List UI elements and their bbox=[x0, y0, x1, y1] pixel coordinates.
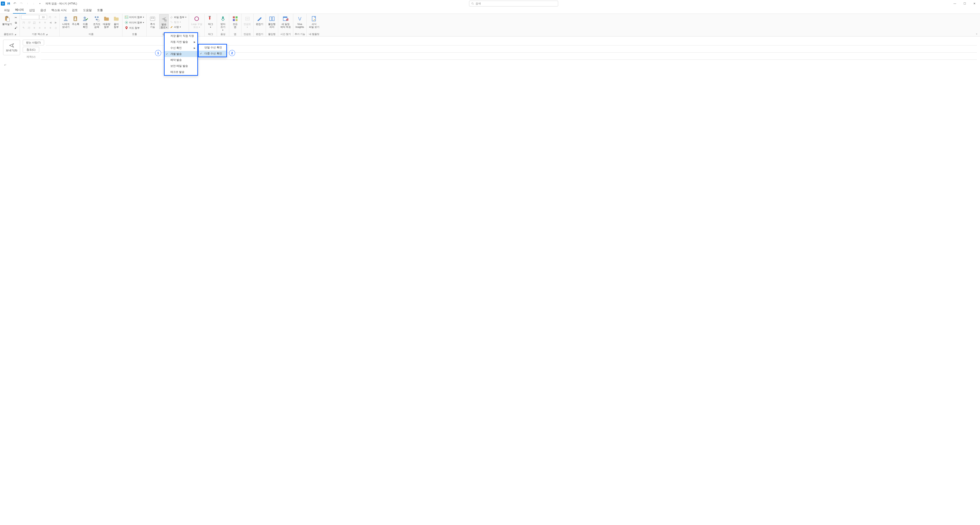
align-justify-icon[interactable]: ≡ bbox=[48, 25, 53, 30]
tag-button[interactable]: 태그▾ bbox=[206, 14, 215, 29]
cc-button[interactable]: 참조(C) bbox=[23, 47, 39, 52]
clear-format-icon[interactable]: ◇ bbox=[53, 25, 58, 30]
align-right-icon[interactable]: ≡ bbox=[43, 25, 48, 30]
svg-point-10 bbox=[84, 16, 86, 19]
format-painter-icon[interactable]: 🖌 bbox=[13, 25, 18, 30]
highlight-icon[interactable]: ✎ bbox=[21, 25, 26, 30]
search-input[interactable]: 검색 bbox=[469, 1, 558, 6]
link-button[interactable]: 링크 ▾ bbox=[169, 20, 187, 24]
menu-save-folder[interactable]: 저장 폴더 직접 지정 bbox=[165, 33, 197, 39]
shrink-font-icon[interactable]: 가 bbox=[53, 15, 58, 20]
tab-review[interactable]: 검토 bbox=[70, 7, 80, 14]
align-left-icon[interactable]: ≡ bbox=[32, 25, 37, 30]
folder-attach-button[interactable]: 폴더 첨부 bbox=[111, 14, 121, 29]
check-names-button[interactable]: 이름 확인 bbox=[81, 14, 90, 29]
undo-icon[interactable] bbox=[13, 1, 18, 6]
loop-button[interactable]: Loop 구성 요소 ▾ bbox=[190, 14, 203, 29]
viva-insights-button[interactable]: Viva Insights bbox=[295, 14, 305, 29]
menu-multi-receipt[interactable]: ✓다중 수신 확인 bbox=[199, 51, 226, 57]
grow-font-icon[interactable]: 가 bbox=[48, 15, 52, 20]
paste-button[interactable]: 붙여넣기 bbox=[2, 14, 13, 25]
font-size-select[interactable]: 10 bbox=[40, 15, 47, 19]
menu-auto-delay[interactable]: 자동 지연 발송▶ bbox=[165, 39, 197, 45]
maximize-button[interactable]: ☐ bbox=[960, 0, 969, 7]
image-attach-button[interactable]: 이미지 첨부 ▾ bbox=[124, 15, 145, 20]
svg-rect-25 bbox=[151, 18, 152, 19]
menu-secure-send[interactable]: 보안 메일 발송 bbox=[165, 63, 197, 69]
svg-rect-26 bbox=[153, 18, 154, 19]
view-templates-button[interactable]: 서식 파일 보기 bbox=[308, 14, 320, 29]
media-attach-button[interactable]: 미디어 첨부 ▾ bbox=[124, 20, 145, 25]
check-icon: ✓ bbox=[200, 52, 202, 55]
svg-rect-39 bbox=[288, 18, 288, 21]
numbering-icon[interactable]: ≡ bbox=[43, 20, 48, 25]
map-attach-button[interactable]: 지도 첨부 bbox=[124, 25, 140, 30]
tab-format[interactable]: 텍스트 서식 bbox=[49, 7, 69, 14]
svg-rect-0 bbox=[8, 3, 9, 3]
image-icon bbox=[125, 15, 128, 19]
svg-point-28 bbox=[195, 17, 199, 21]
schedule-poll-button[interactable]: 새 일정 예약 투표 bbox=[280, 14, 292, 29]
svg-rect-16 bbox=[104, 18, 109, 21]
up-arrow-icon: ↑ bbox=[25, 1, 30, 6]
send-options-menu: 저장 폴더 직접 지정 자동 지연 발송▶ 수신 확인▶ ✓개별 발송 예약 발… bbox=[164, 32, 198, 70]
send-to-me-button[interactable]: 나에게 보내기 bbox=[61, 14, 70, 29]
tab-insert[interactable]: 삽입 bbox=[27, 7, 37, 14]
indent-left-icon[interactable]: ◀ bbox=[48, 20, 53, 25]
underline-icon[interactable]: 간 bbox=[32, 20, 37, 25]
paperclip-icon bbox=[170, 16, 173, 19]
menu-individual-send[interactable]: ✓개별 발송 bbox=[165, 51, 197, 57]
svg-rect-31 bbox=[233, 16, 235, 19]
cut-icon[interactable]: ✂ bbox=[13, 15, 18, 20]
svg-point-7 bbox=[65, 16, 67, 19]
address-book-button[interactable]: 주소록 bbox=[71, 14, 80, 25]
save-icon[interactable] bbox=[6, 1, 11, 6]
send-icon bbox=[9, 43, 14, 48]
menu-macro-send[interactable]: 매크로 발송 bbox=[165, 69, 197, 70]
editor-button[interactable]: 편집기 bbox=[255, 14, 264, 25]
message-body[interactable]: ↵ bbox=[0, 60, 980, 70]
org-search-button[interactable]: 조직도 검색 bbox=[92, 14, 101, 29]
all-apps-button[interactable]: 모든 앱 bbox=[231, 14, 240, 29]
tab-help[interactable]: 도움말 bbox=[81, 7, 94, 14]
svg-rect-34 bbox=[235, 19, 237, 21]
indent-right-icon[interactable]: ▶ bbox=[53, 20, 58, 25]
ribbon-collapse-icon[interactable]: ⌄ bbox=[975, 32, 978, 35]
subject-label: 제목(U) bbox=[23, 55, 39, 59]
svg-rect-17 bbox=[104, 17, 106, 18]
italic-icon[interactable]: 가 bbox=[27, 20, 32, 25]
align-center-icon[interactable]: ≡ bbox=[37, 25, 42, 30]
menu-single-receipt[interactable]: 단일 수신 확인 bbox=[199, 45, 226, 51]
svg-rect-5 bbox=[6, 16, 8, 17]
svg-rect-6 bbox=[7, 18, 10, 22]
add-ins-button[interactable]: 추가 기능 bbox=[148, 14, 157, 29]
tab-options[interactable]: 옵션 bbox=[38, 7, 48, 14]
bullets-icon[interactable]: ≡ bbox=[37, 20, 42, 25]
immersive-reader-button[interactable]: 몰입형 리더 bbox=[267, 14, 277, 29]
font-color-icon[interactable]: 가 bbox=[27, 25, 32, 30]
send-options-button[interactable]: 발송 옵션 ▾ bbox=[159, 14, 169, 29]
minimize-button[interactable]: — bbox=[950, 0, 959, 7]
font-family-select[interactable] bbox=[21, 15, 39, 19]
tab-message[interactable]: 메시지 bbox=[13, 7, 26, 14]
menu-scheduled-send[interactable]: 예약 발송 bbox=[165, 57, 197, 63]
copy-icon[interactable]: ⧉ bbox=[13, 20, 18, 25]
menu-receipt-confirm[interactable]: 수신 확인▶ bbox=[165, 45, 197, 51]
bold-icon[interactable]: 가 bbox=[21, 20, 26, 25]
sensitivity-button[interactable]: 민감도▾ bbox=[243, 14, 252, 29]
close-button[interactable]: ✕ bbox=[970, 0, 979, 7]
to-button[interactable]: 받는 사람(T) bbox=[23, 40, 44, 45]
svg-rect-30 bbox=[222, 16, 224, 19]
ribbon-tabs: 파일 메시지 삽입 옵션 텍스트 서식 검토 도움말 토틀 bbox=[0, 7, 980, 14]
redo-icon[interactable] bbox=[19, 1, 24, 6]
signature-button[interactable]: 서명 ▾ bbox=[169, 24, 187, 29]
file-attach-button[interactable]: 파일 첨부 ▾ bbox=[169, 15, 187, 20]
ribbon: 붙여넣기 ✂ ⧉ 🖌 클립보드◢ 10 가 가 가 가 간 ≡ ≡ bbox=[0, 14, 980, 37]
tab-tottle[interactable]: 토틀 bbox=[95, 7, 105, 14]
dictate-button[interactable]: 받아 쓰기▾ bbox=[218, 14, 228, 32]
search-icon bbox=[471, 2, 474, 5]
qat-more-icon[interactable]: ▾ bbox=[37, 1, 42, 6]
bulk-attach-button[interactable]: 대용량 첨부 bbox=[102, 14, 111, 29]
tab-file[interactable]: 파일 bbox=[2, 7, 12, 14]
send-button[interactable]: 보내기(S) bbox=[3, 40, 20, 55]
